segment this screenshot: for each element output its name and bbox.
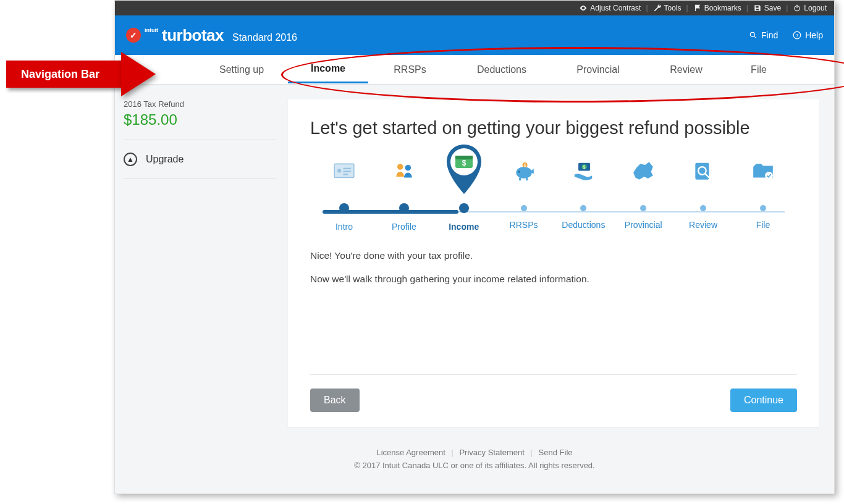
logout-link[interactable]: Logout <box>793 4 827 12</box>
svg-text:$: $ <box>583 165 586 169</box>
brand-left: ✓ intuit turbotax Standard 2016 <box>126 26 297 45</box>
folder-check-icon <box>748 157 778 187</box>
refund-amount: $185.00 <box>124 111 276 128</box>
annotation-arrow: Navigation Bar <box>0 57 157 93</box>
step-income[interactable]: $ Income <box>436 157 492 232</box>
tab-setting-up[interactable]: Setting up <box>195 57 288 83</box>
page-footer: License Agreement | Privacy Statement | … <box>115 442 834 482</box>
tab-review[interactable]: Review <box>644 57 728 83</box>
refund-label: 2016 Tax Refund <box>124 99 276 109</box>
page-title: Let's get started on getting your bigges… <box>310 118 797 138</box>
id-card-icon <box>329 157 359 187</box>
help-icon: ? <box>793 31 801 40</box>
brand-bar: ✓ intuit turbotax Standard 2016 Find ? H… <box>115 15 834 55</box>
svg-rect-10 <box>343 174 348 175</box>
svg-point-11 <box>397 164 403 170</box>
power-icon <box>793 4 801 12</box>
svg-point-7 <box>337 169 341 172</box>
step-file[interactable]: File <box>735 157 791 232</box>
svg-text:$: $ <box>523 163 526 167</box>
step-deductions[interactable]: $ Deductions <box>555 157 611 232</box>
progress-tracker: Intro Profile $ <box>316 157 791 232</box>
annotation-label: Navigation Bar <box>21 68 99 81</box>
tab-deductions[interactable]: Deductions <box>452 57 552 83</box>
flag-icon <box>693 4 702 12</box>
adjust-contrast-link[interactable]: Adjust Contrast <box>579 4 641 12</box>
turbotax-logo-icon: ✓ <box>126 28 141 43</box>
svg-point-29 <box>765 172 773 180</box>
footer-sendfile-link[interactable]: Send File <box>539 448 573 457</box>
bookmarks-link[interactable]: Bookmarks <box>693 4 741 12</box>
footer-license-link[interactable]: License Agreement <box>377 448 445 457</box>
step-rrsps[interactable]: $ RRSPs <box>496 157 552 232</box>
back-button[interactable]: Back <box>310 388 360 412</box>
people-icon <box>389 157 419 187</box>
save-icon <box>753 4 762 12</box>
tools-link[interactable]: Tools <box>653 4 682 12</box>
tab-provincial[interactable]: Provincial <box>552 57 644 83</box>
tab-rrsps[interactable]: RRSPs <box>368 57 452 83</box>
svg-rect-20 <box>526 178 528 181</box>
step-profile[interactable]: Profile <box>376 157 432 232</box>
sidebar: 2016 Tax Refund $185.00 ▲ Upgrade <box>115 85 288 442</box>
app-window: Adjust Contrast | Tools | Bookmarks | Sa… <box>114 0 835 494</box>
footer-copyright: © 2017 Intuit Canada ULC or one of its a… <box>115 461 834 470</box>
svg-rect-26 <box>695 163 709 180</box>
sidebar-divider <box>124 178 276 179</box>
svg-point-18 <box>518 170 520 172</box>
svg-point-17 <box>516 167 531 178</box>
svg-line-3 <box>754 36 756 38</box>
svg-rect-19 <box>519 178 521 181</box>
wrench-icon <box>653 4 662 12</box>
help-link[interactable]: ? Help <box>793 30 823 40</box>
upgrade-link[interactable]: ▲ Upgrade <box>124 151 276 167</box>
body-text-2: Now we'll walk through gathering your in… <box>310 274 797 285</box>
save-link[interactable]: Save <box>753 4 781 12</box>
brand-intuit: intuit <box>145 28 158 33</box>
main-navbar: Setting up Income RRSPs Deductions Provi… <box>115 55 834 85</box>
brand-suffix: Standard 2016 <box>232 32 297 43</box>
upgrade-arrow-icon: ▲ <box>124 153 137 166</box>
tab-income[interactable]: Income <box>288 56 368 83</box>
svg-rect-9 <box>343 170 351 172</box>
eye-icon <box>579 4 588 12</box>
magnifier-doc-icon <box>688 157 718 187</box>
step-review[interactable]: Review <box>675 157 731 232</box>
sidebar-divider <box>124 140 276 140</box>
step-provincial[interactable]: Provincial <box>615 157 671 232</box>
piggybank-icon: $ <box>509 157 539 187</box>
cash-hand-icon: $ <box>568 157 598 187</box>
svg-text:?: ? <box>796 33 798 38</box>
svg-rect-8 <box>343 168 351 169</box>
search-icon <box>749 31 757 40</box>
utility-topbar: Adjust Contrast | Tools | Bookmarks | Sa… <box>115 1 834 15</box>
tab-file[interactable]: File <box>728 57 790 83</box>
continue-button[interactable]: Continue <box>730 388 797 412</box>
main-card: Let's get started on getting your bigges… <box>288 99 819 427</box>
canada-map-icon <box>628 157 658 187</box>
body-text-1: Nice! You're done with your tax profile. <box>310 250 797 261</box>
svg-point-12 <box>405 165 411 171</box>
find-link[interactable]: Find <box>749 30 778 40</box>
footer-privacy-link[interactable]: Privacy Statement <box>459 448 525 457</box>
step-intro[interactable]: Intro <box>316 157 372 232</box>
brand-name: turbotax <box>162 26 224 45</box>
